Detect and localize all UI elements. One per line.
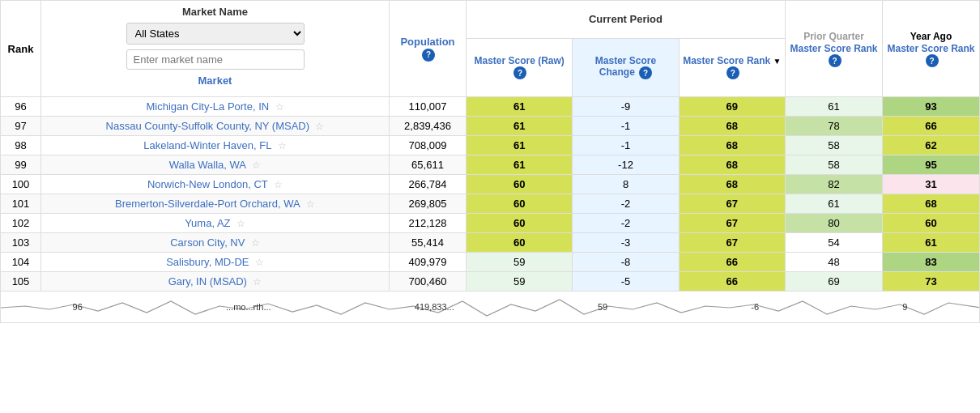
- rank-current-cell: 66: [679, 253, 785, 272]
- market-link[interactable]: Lakeland-Winter Haven, FL: [143, 139, 271, 151]
- market-link[interactable]: Yuma, AZ: [185, 217, 230, 229]
- rank-current-cell: 69: [679, 97, 785, 117]
- favorite-star-icon[interactable]: ☆: [234, 218, 245, 229]
- market-filter-link[interactable]: Market: [198, 75, 232, 87]
- market-link[interactable]: Norwich-New London, CT: [147, 178, 268, 190]
- prior-help-icon[interactable]: ?: [829, 54, 842, 67]
- score-change-cell: -8: [573, 253, 679, 272]
- market-link[interactable]: Michigan City-La Porte, IN: [146, 100, 269, 113]
- rank-cell: 99: [1, 155, 41, 175]
- rank-current-cell: 67: [679, 214, 785, 233]
- raw-score-cell: 61: [467, 97, 573, 117]
- rank-current-cell: 67: [679, 194, 785, 214]
- rank-cell: 96: [1, 97, 41, 117]
- raw-score-cell: 60: [467, 175, 573, 194]
- population-cell: 55,414: [390, 233, 467, 253]
- raw-score-cell: 59: [467, 253, 573, 272]
- year-master-score-rank-link[interactable]: Master Score Rank: [887, 43, 974, 54]
- year-rank-cell: 62: [883, 136, 980, 155]
- market-cell: Salisbury, MD-DE ☆: [41, 253, 390, 272]
- table-row: 98Lakeland-Winter Haven, FL ☆708,00961-1…: [1, 136, 980, 155]
- market-link[interactable]: Gary, IN (MSAD): [168, 275, 247, 287]
- population-cell: 2,839,436: [390, 117, 467, 136]
- rank-current-cell: 68: [679, 175, 785, 194]
- prior-quarter-header: Prior Quarter Master Score Rank ?: [786, 1, 883, 97]
- rank-cell: 101: [1, 194, 41, 214]
- master-score-rank-link[interactable]: Master Score Rank: [683, 55, 770, 66]
- market-link[interactable]: Walla Walla, WA: [169, 159, 246, 171]
- rank-current-cell: 66: [679, 272, 785, 292]
- favorite-star-icon[interactable]: ☆: [304, 198, 315, 210]
- rank-help-icon[interactable]: ?: [726, 66, 739, 79]
- market-name-input[interactable]: [126, 49, 305, 70]
- year-rank-cell: 83: [883, 253, 980, 272]
- favorite-star-icon[interactable]: ☆: [248, 237, 259, 249]
- table-row: 102Yuma, AZ ☆212,12860-2678060: [1, 214, 980, 233]
- market-link[interactable]: Carson City, NV: [170, 236, 245, 249]
- year-rank-cell: 95: [883, 155, 980, 175]
- score-change-cell: -5: [573, 272, 679, 292]
- prior-rank-cell: 69: [786, 272, 883, 292]
- year-rank-cell: 61: [883, 233, 980, 253]
- master-score-raw-header: Master Score (Raw) ?: [467, 38, 573, 96]
- population-help-icon[interactable]: ?: [422, 49, 435, 62]
- favorite-star-icon[interactable]: ☆: [253, 257, 264, 268]
- raw-score-cell: 60: [467, 194, 573, 214]
- market-cell: Norwich-New London, CT ☆: [41, 175, 390, 194]
- favorite-star-icon[interactable]: ☆: [272, 101, 283, 113]
- table-row: 96Michigan City-La Porte, IN ☆110,00761-…: [1, 97, 980, 117]
- market-name-header: Market Name All StatesALAKAZARCACOCTDEFL…: [41, 1, 390, 97]
- prior-rank-cell: 78: [786, 117, 883, 136]
- table-row: 97Nassau County-Suffolk County, NY (MSAD…: [1, 117, 980, 136]
- population-cell: 269,805: [390, 194, 467, 214]
- market-link[interactable]: Bremerton-Silverdale-Port Orchard, WA: [115, 198, 300, 210]
- score-change-cell: -9: [573, 97, 679, 117]
- prior-rank-cell: 61: [786, 97, 883, 117]
- master-score-change-header: Master Score Change ?: [573, 38, 679, 96]
- raw-score-cell: 59: [467, 272, 573, 292]
- year-rank-cell: 68: [883, 194, 980, 214]
- favorite-star-icon[interactable]: ☆: [275, 140, 286, 151]
- chart-row: 96 ...mo...rth... 419,833... 59 -6 9: [1, 292, 980, 323]
- raw-score-cell: 61: [467, 117, 573, 136]
- favorite-star-icon[interactable]: ☆: [249, 160, 261, 171]
- prior-rank-cell: 61: [786, 194, 883, 214]
- market-cell: Carson City, NV ☆: [41, 233, 390, 253]
- table-row: 104Salisbury, MD-DE ☆409,97959-8664883: [1, 253, 980, 272]
- table-row: 105Gary, IN (MSAD) ☆700,46059-5666973: [1, 272, 980, 292]
- prior-rank-cell: 48: [786, 253, 883, 272]
- population-cell: 700,460: [390, 272, 467, 292]
- master-score-raw-link[interactable]: Master Score (Raw): [474, 55, 564, 66]
- year-rank-cell: 93: [883, 97, 980, 117]
- favorite-star-icon[interactable]: ☆: [271, 179, 283, 190]
- state-select[interactable]: All StatesALAKAZARCACOCTDEFLGAHIIDILINIA…: [126, 23, 305, 45]
- population-cell: 708,009: [390, 136, 467, 155]
- market-cell: Michigan City-La Porte, IN ☆: [41, 97, 390, 117]
- population-cell: 65,611: [390, 155, 467, 175]
- change-help-icon[interactable]: ?: [639, 66, 652, 79]
- rank-cell: 98: [1, 136, 41, 155]
- score-change-cell: -1: [573, 136, 679, 155]
- prior-rank-cell: 82: [786, 175, 883, 194]
- prior-rank-cell: 54: [786, 233, 883, 253]
- favorite-star-icon[interactable]: ☆: [250, 276, 262, 287]
- raw-score-cell: 60: [467, 214, 573, 233]
- prior-master-score-rank-link[interactable]: Master Score Rank: [790, 43, 877, 54]
- population-link[interactable]: Population: [400, 36, 454, 48]
- prior-rank-cell: 80: [786, 214, 883, 233]
- rank-cell: 97: [1, 117, 41, 136]
- raw-help-icon[interactable]: ?: [513, 66, 526, 79]
- population-cell: 266,784: [390, 175, 467, 194]
- year-help-icon[interactable]: ?: [926, 54, 939, 67]
- rank-cell: 105: [1, 272, 41, 292]
- market-filter: All StatesALAKAZARCACOCTDEFLGAHIIDILINIA…: [45, 18, 386, 92]
- market-link[interactable]: Nassau County-Suffolk County, NY (MSAD): [106, 120, 309, 132]
- sparkline-chart: [1, 292, 980, 320]
- table-row: 101Bremerton-Silverdale-Port Orchard, WA…: [1, 194, 980, 214]
- market-cell: Bremerton-Silverdale-Port Orchard, WA ☆: [41, 194, 390, 214]
- year-rank-cell: 31: [883, 175, 980, 194]
- header-row-1: Rank Market Name All StatesALAKAZARCACOC…: [1, 1, 980, 39]
- score-change-cell: -12: [573, 155, 679, 175]
- market-link[interactable]: Salisbury, MD-DE: [166, 256, 249, 268]
- favorite-star-icon[interactable]: ☆: [313, 121, 324, 132]
